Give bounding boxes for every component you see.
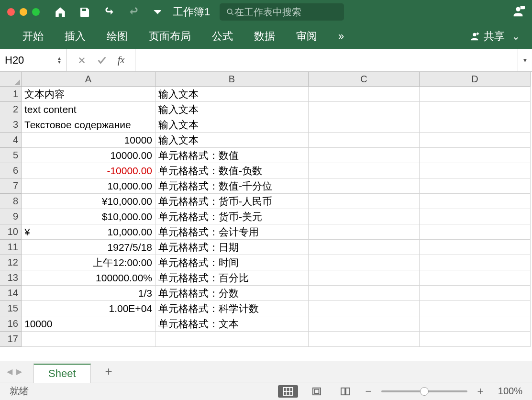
cell[interactable] — [309, 178, 420, 194]
cell[interactable]: 单元格格式：分数 — [155, 286, 309, 301]
cell[interactable] — [420, 286, 531, 301]
cell[interactable] — [309, 224, 420, 240]
zoom-slider[interactable] — [381, 390, 467, 392]
cell[interactable] — [309, 332, 420, 347]
minimize-window-button[interactable] — [20, 8, 27, 16]
name-box[interactable]: H20 ▲▼ — [0, 49, 67, 71]
name-box-down-icon[interactable]: ▼ — [57, 60, 62, 64]
cell[interactable]: 100000.00% — [22, 270, 155, 286]
cell[interactable] — [420, 102, 531, 117]
ribbon-collapse-icon[interactable]: ⌄ — [512, 31, 520, 42]
cell[interactable] — [309, 194, 420, 209]
view-page-break-button[interactable] — [335, 385, 355, 398]
cell[interactable]: ¥10,000.00 — [22, 224, 155, 240]
cell[interactable]: 单元格格式：时间 — [155, 255, 309, 270]
tab-formulas[interactable]: 公式 — [201, 29, 244, 44]
cell[interactable] — [309, 117, 420, 133]
cell[interactable] — [420, 332, 531, 347]
undo-icon[interactable] — [103, 6, 115, 18]
zoom-in-button[interactable]: + — [476, 385, 485, 398]
sheet-nav-next-icon[interactable]: ▶ — [14, 367, 24, 377]
cell[interactable]: 单元格格式：百分比 — [155, 270, 309, 286]
row-header[interactable]: 4 — [0, 133, 22, 148]
cell[interactable]: 单元格格式：科学计数 — [155, 301, 309, 316]
cell[interactable] — [309, 163, 420, 178]
cell[interactable] — [420, 133, 531, 148]
enter-formula-icon[interactable] — [97, 55, 107, 66]
cell[interactable]: 单元格格式：会计专用 — [155, 224, 309, 240]
view-normal-button[interactable] — [278, 385, 298, 398]
cell[interactable] — [309, 240, 420, 255]
row-header[interactable]: 9 — [0, 209, 22, 224]
row-header[interactable]: 17 — [0, 332, 22, 347]
cell[interactable] — [309, 209, 420, 224]
cell[interactable]: 单元格格式：货币-人民币 — [155, 194, 309, 209]
cell[interactable] — [309, 316, 420, 332]
cells-area[interactable]: 文本内容输入文本text content输入文本Текстовое содерж… — [22, 87, 532, 361]
cancel-formula-icon[interactable] — [78, 56, 86, 65]
cell[interactable]: -10000.00 — [22, 163, 155, 178]
row-header[interactable]: 16 — [0, 316, 22, 332]
qat-customize-icon[interactable]: ⏷ — [153, 6, 163, 18]
cell[interactable] — [420, 316, 531, 332]
cell[interactable] — [420, 270, 531, 286]
row-header[interactable]: 15 — [0, 301, 22, 316]
tab-data[interactable]: 数据 — [244, 29, 286, 44]
tab-more[interactable]: » — [328, 30, 355, 43]
cell[interactable] — [420, 163, 531, 178]
account-icon[interactable] — [511, 5, 525, 19]
cell[interactable] — [420, 87, 531, 102]
row-header[interactable]: 13 — [0, 270, 22, 286]
cell[interactable]: 10000 — [22, 133, 155, 148]
column-header[interactable]: C — [309, 72, 420, 87]
formula-bar-expand-icon[interactable]: ▼ — [518, 49, 532, 71]
cell[interactable]: 输入文本 — [155, 87, 309, 102]
cell[interactable]: 单元格格式：文本 — [155, 316, 309, 332]
cell[interactable]: $10,000.00 — [22, 209, 155, 224]
formula-input[interactable] — [135, 49, 518, 71]
cell[interactable]: 输入文本 — [155, 117, 309, 133]
row-header[interactable]: 1 — [0, 87, 22, 102]
cell[interactable] — [420, 255, 531, 270]
fx-label[interactable]: fx — [118, 55, 124, 66]
cell[interactable]: Текстовое содержание — [22, 117, 155, 133]
cell[interactable] — [309, 286, 420, 301]
tab-home[interactable]: 开始 — [12, 29, 54, 44]
column-header[interactable]: B — [155, 72, 309, 87]
cell[interactable]: 10000.00 — [22, 148, 155, 163]
cell[interactable] — [309, 255, 420, 270]
cell[interactable] — [309, 102, 420, 117]
row-header[interactable]: 2 — [0, 102, 22, 117]
cell[interactable]: 单元格格式：数值-千分位 — [155, 178, 309, 194]
sheet-nav-prev-icon[interactable]: ◀ — [5, 367, 14, 377]
sheet-tab-active[interactable]: Sheet — [33, 364, 91, 383]
cell[interactable] — [309, 270, 420, 286]
cell[interactable]: 1.00E+04 — [22, 301, 155, 316]
row-header[interactable]: 11 — [0, 240, 22, 255]
cell[interactable]: 1/3 — [22, 286, 155, 301]
cell[interactable]: 输入文本 — [155, 133, 309, 148]
cell[interactable]: 单元格格式：货币-美元 — [155, 209, 309, 224]
cell[interactable]: 单元格格式：日期 — [155, 240, 309, 255]
row-header[interactable]: 8 — [0, 194, 22, 209]
cell[interactable]: 单元格格式：数值 — [155, 148, 309, 163]
cell[interactable] — [420, 178, 531, 194]
cell[interactable]: 10,000.00 — [22, 178, 155, 194]
column-header[interactable]: D — [420, 72, 531, 87]
cell[interactable] — [309, 301, 420, 316]
tab-draw[interactable]: 绘图 — [96, 29, 138, 44]
close-window-button[interactable] — [7, 8, 15, 16]
row-header[interactable]: 10 — [0, 224, 22, 240]
row-header[interactable]: 12 — [0, 255, 22, 270]
column-header[interactable]: A — [22, 72, 155, 87]
view-page-layout-button[interactable] — [307, 385, 327, 398]
cell[interactable] — [420, 117, 531, 133]
cell[interactable] — [22, 332, 155, 347]
cell[interactable]: 上午12:00:00 — [22, 255, 155, 270]
maximize-window-button[interactable] — [32, 8, 40, 16]
share-button[interactable]: 共享 — [469, 29, 505, 44]
tab-review[interactable]: 审阅 — [286, 29, 328, 44]
cell[interactable] — [420, 148, 531, 163]
row-header[interactable]: 5 — [0, 148, 22, 163]
home-icon[interactable] — [54, 6, 66, 18]
